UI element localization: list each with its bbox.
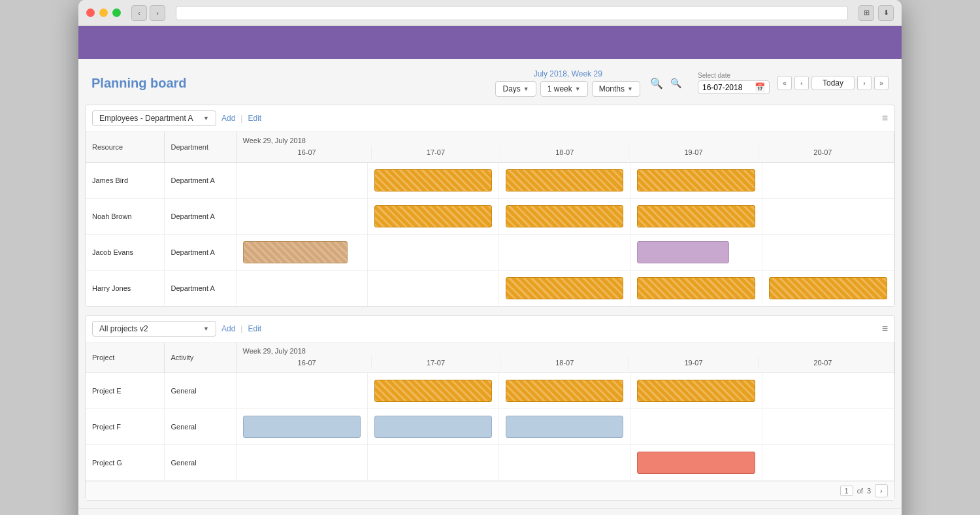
gantt-bar[interactable]: [374, 205, 492, 227]
last-page-button[interactable]: »: [874, 76, 889, 90]
date-col-2-2: 18-07: [500, 356, 629, 369]
gantt-bars-projecte: [237, 373, 894, 408]
download-button[interactable]: ⬇: [878, 5, 894, 21]
zoom-in-button[interactable]: 🔍: [668, 75, 685, 91]
gantt-bar[interactable]: [506, 169, 623, 191]
app-body: Planning board July 2018, Week 29 Days ▼…: [78, 59, 902, 515]
date-col-2-3: 19-07: [629, 356, 758, 369]
gantt-bar[interactable]: [637, 169, 755, 191]
week-header-2: Week 29, July 2018: [243, 346, 888, 356]
col-gantt-header-2: Week 29, July 2018 16-07 17-07 18-07 19-…: [236, 342, 894, 373]
gantt-inner-projectf: [237, 409, 894, 444]
tile-button[interactable]: ⊞: [858, 5, 874, 21]
months-dropdown[interactable]: Months ▼: [592, 81, 640, 97]
pagination-wrapper: 1 of 3 ›: [92, 484, 888, 497]
col-resource-header: Resource: [86, 132, 164, 163]
col-gantt-header-1: Week 29, July 2018 16-07 17-07 18-07 19-…: [236, 132, 894, 163]
employees-dropdown[interactable]: Employees - Department A ▼: [92, 110, 216, 126]
gantt-bars-projectg: [237, 445, 894, 480]
table-row: Harry Jones Department A: [86, 271, 894, 307]
app-window: ‹ › ⊞ ⬇ Planning board July 2018, Week 2…: [78, 0, 902, 515]
resource-name: Harry Jones: [86, 271, 164, 306]
gantt-header-row-1: Resource Department Week 29, July 2018 1…: [86, 132, 894, 163]
gantt-tbody-1: James Bird Department A: [86, 163, 894, 307]
gantt-bar[interactable]: [506, 380, 623, 402]
date-col-1-4: 20-07: [759, 146, 887, 159]
activity-name: General: [165, 445, 236, 480]
app-header-bar: [78, 26, 902, 59]
date-input[interactable]: [702, 83, 752, 92]
board1-add-link[interactable]: Add: [221, 114, 235, 123]
minimize-button[interactable]: [99, 8, 108, 17]
table-row: Project G General: [86, 445, 894, 481]
first-page-button[interactable]: «: [777, 76, 792, 90]
gantt-inner-jacob: [237, 235, 894, 270]
board-section-2-header: All projects v2 ▼ Add | Edit ≡: [86, 316, 894, 342]
gantt-bars-projectf: [237, 409, 894, 444]
date-select-label: Select date: [698, 72, 770, 79]
gantt-bar[interactable]: [374, 169, 492, 191]
resource-name: James Bird: [86, 163, 164, 198]
titlebar: ‹ › ⊞ ⬇: [78, 0, 902, 26]
gantt-bar[interactable]: [637, 205, 755, 227]
day-slot: [499, 271, 630, 306]
page-total: 3: [867, 487, 871, 495]
day-slot: [237, 409, 368, 444]
projects-dropdown[interactable]: All projects v2 ▼: [92, 321, 216, 337]
gantt-bar[interactable]: [506, 416, 623, 438]
day-slot: [368, 199, 499, 234]
gantt-bar[interactable]: [374, 380, 492, 402]
gantt-bar[interactable]: [243, 241, 348, 263]
pagination-next-button[interactable]: ›: [875, 484, 888, 497]
days-dropdown[interactable]: Days ▼: [495, 81, 536, 97]
calendar-icon[interactable]: 📅: [755, 82, 765, 92]
day-slot: [499, 235, 630, 270]
day-slot: [237, 445, 368, 480]
day-slot: [630, 163, 762, 198]
gantt-bar[interactable]: [506, 277, 623, 299]
prev-button[interactable]: ‹: [794, 76, 809, 90]
toolbar: Planning board July 2018, Week 29 Days ▼…: [78, 59, 902, 105]
day-slot: [762, 373, 894, 408]
page-of-label: of: [857, 487, 863, 495]
gantt-bar[interactable]: [243, 416, 361, 438]
date-nav-group: « ‹ Today › »: [777, 76, 889, 90]
day-slot: [499, 409, 630, 444]
day-slot: [368, 409, 499, 444]
project-name: Project F: [86, 409, 164, 444]
gantt-bar[interactable]: [637, 380, 755, 402]
board2-edit-link[interactable]: Edit: [248, 324, 261, 333]
board2-menu-icon[interactable]: ≡: [882, 323, 888, 335]
board1-menu-icon[interactable]: ≡: [882, 112, 888, 124]
back-button[interactable]: ‹: [131, 5, 147, 21]
gantt-bar[interactable]: [637, 241, 728, 263]
resource-dept: Department A: [165, 235, 236, 270]
day-slot: [499, 199, 630, 234]
close-button[interactable]: [86, 8, 95, 17]
days-arrow-icon: ▼: [523, 86, 529, 92]
gantt-bar[interactable]: [769, 277, 887, 299]
forward-button[interactable]: ›: [150, 5, 165, 21]
day-slot: [368, 445, 499, 480]
gantt-bar[interactable]: [506, 205, 623, 227]
gantt-inner-noah: [237, 199, 894, 234]
gantt-bar[interactable]: [637, 452, 755, 474]
gantt-bar[interactable]: [637, 277, 755, 299]
board2-add-link[interactable]: Add: [221, 324, 235, 333]
day-slot: [499, 163, 630, 198]
gantt-header-row-2: Project Activity Week 29, July 2018 16-0…: [86, 342, 894, 373]
day-slot: [630, 235, 762, 270]
zoom-out-button[interactable]: 🔍: [648, 75, 665, 91]
board-section-1-header: Employees - Department A ▼ Add | Edit ≡: [86, 105, 894, 132]
today-button[interactable]: Today: [811, 76, 855, 90]
board2-footer: 1 of 3 ›: [86, 481, 894, 500]
day-slot: [499, 373, 630, 408]
week-dropdown[interactable]: 1 week ▼: [540, 81, 588, 97]
gantt-bar[interactable]: [374, 416, 492, 438]
next-button[interactable]: ›: [857, 76, 872, 90]
maximize-button[interactable]: [112, 8, 121, 17]
gantt-table-1: Resource Department Week 29, July 2018 1…: [86, 132, 894, 307]
address-bar[interactable]: [176, 6, 848, 20]
resource-dept: Department A: [165, 199, 236, 234]
board1-edit-link[interactable]: Edit: [248, 114, 261, 123]
